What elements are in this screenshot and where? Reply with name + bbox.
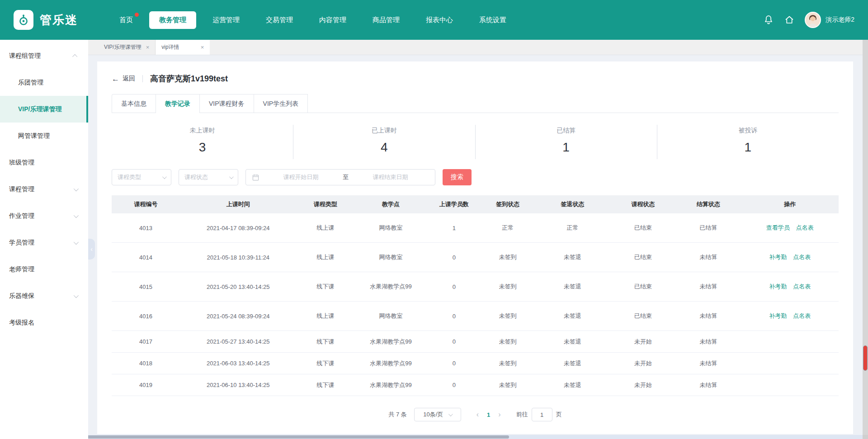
sidebar-item-label: 班级管理 <box>9 159 34 167</box>
cell-actions: 补考勤点名表 <box>741 312 838 320</box>
search-button[interactable]: 搜索 <box>443 169 472 185</box>
sidebar-item-net-admin-course[interactable]: 网管课管理 <box>0 123 88 149</box>
sidebar-item-teacher[interactable]: 老师管理 <box>0 256 88 283</box>
navbar-right: 演示老师2 <box>763 12 854 28</box>
nav-item-home[interactable]: 首页 <box>109 11 143 29</box>
vertical-scrollbar-thumb[interactable] <box>863 345 868 371</box>
main-nav: 首页教务管理运营管理交易管理内容管理商品管理报表中心系统设置 <box>109 11 516 29</box>
nav-item-operation[interactable]: 运营管理 <box>203 11 250 29</box>
sidebar-item-exam[interactable]: 考级报名 <box>0 309 88 336</box>
cell-type: 线下课 <box>296 338 354 346</box>
cell-time: 2021-06-10 13:40-14:25 <box>180 382 296 388</box>
page-tag-1[interactable]: vip详情× <box>156 40 210 55</box>
cell-type: 线下课 <box>296 359 354 368</box>
cell-checkout: 未签退 <box>535 312 610 320</box>
action-link[interactable]: 点名表 <box>796 224 814 231</box>
home-icon[interactable] <box>784 14 795 25</box>
nav-item-academic[interactable]: 教务管理 <box>149 11 196 29</box>
horn-icon <box>18 14 29 26</box>
cell-location: 水果湖教学点99 <box>354 381 427 389</box>
back-button[interactable]: ← 返回 <box>112 75 135 83</box>
action-link[interactable]: 补考勤 <box>769 312 787 319</box>
cell-location: 水果湖教学点99 <box>354 283 427 291</box>
tab-3[interactable]: VIP学生列表 <box>254 94 308 113</box>
calendar-icon <box>252 174 259 181</box>
nav-item-label: 运营管理 <box>212 16 240 24</box>
next-page-button[interactable]: › <box>498 411 500 419</box>
prev-page-button[interactable]: ‹ <box>476 411 479 419</box>
user-avatar[interactable] <box>805 12 821 28</box>
stat-label: 已上课时 <box>293 127 475 135</box>
course-status-placeholder: 课程状态 <box>184 173 208 181</box>
nav-item-trade[interactable]: 交易管理 <box>256 11 303 29</box>
sidebar-item-homework[interactable]: 作业管理 <box>0 203 88 229</box>
sidebar-item-instrument[interactable]: 乐器维保 <box>0 283 88 309</box>
sidebar-item-label: 老师管理 <box>9 265 34 274</box>
table-header: 课程编号上课时间课程类型教学点上课学员数签到状态签退状态课程状态结算状态操作 <box>112 195 839 213</box>
nav-item-report[interactable]: 报表中心 <box>416 11 463 29</box>
sidebar-collapse-handle[interactable]: ‹ <box>88 239 95 260</box>
course-status-select[interactable]: 课程状态 <box>179 169 238 185</box>
page-header: ← 返回 高音萨克斯1v199test <box>112 73 839 84</box>
close-icon[interactable]: × <box>201 44 204 50</box>
action-link[interactable]: 点名表 <box>793 283 811 290</box>
sidebar-item-label: 考级报名 <box>9 319 34 327</box>
action-link[interactable]: 点名表 <box>793 254 811 260</box>
nav-item-goods[interactable]: 商品管理 <box>363 11 410 29</box>
course-type-select[interactable]: 课程类型 <box>112 169 171 185</box>
scrollbar-corner <box>863 435 868 439</box>
action-link[interactable]: 点名表 <box>793 312 811 319</box>
sidebar-item-orchestra[interactable]: 乐团管理 <box>0 69 88 96</box>
column-header: 课程类型 <box>296 200 354 208</box>
chevron-up-icon <box>72 54 77 59</box>
page-size-select[interactable]: 10条/页 <box>414 408 461 421</box>
tab-1[interactable]: 教学记录 <box>156 94 200 113</box>
stat-label: 未上课时 <box>112 127 293 135</box>
cell-students: 0 <box>427 313 481 320</box>
cell-checkout: 未签退 <box>535 338 610 346</box>
nav-item-label: 内容管理 <box>319 16 346 24</box>
brand-name: 管乐迷 <box>40 12 78 28</box>
goto-page-input[interactable] <box>532 408 552 421</box>
cell-actions: 补考勤点名表 <box>741 253 838 261</box>
top-navbar: 管乐迷 首页教务管理运营管理交易管理内容管理商品管理报表中心系统设置 演示老师2 <box>0 0 868 40</box>
page-tag-0[interactable]: VIP/乐理课管理× <box>98 40 156 55</box>
cell-id: 4019 <box>112 382 180 388</box>
cell-students: 0 <box>427 360 481 367</box>
nav-item-content[interactable]: 内容管理 <box>309 11 356 29</box>
sidebar-item-course[interactable]: 课程管理 <box>0 176 88 203</box>
tab-2[interactable]: VIP课程财务 <box>200 94 254 113</box>
table-row: 40172021-05-27 13:40-14:25线下课水果湖教学点990未签… <box>112 331 839 353</box>
vertical-scrollbar[interactable] <box>863 40 868 435</box>
header-divider <box>142 75 143 82</box>
cell-settlement: 未结算 <box>676 359 741 368</box>
cell-type: 线上课 <box>296 312 354 320</box>
page-unit-label: 页 <box>556 411 562 419</box>
pagination-total: 共 7 条 <box>388 411 406 419</box>
cell-students: 0 <box>427 254 481 261</box>
horizontal-scrollbar[interactable] <box>0 435 863 439</box>
action-link[interactable]: 补考勤 <box>769 254 787 260</box>
date-range-input[interactable]: 课程开始日期 至 课程结束日期 <box>245 169 435 185</box>
sidebar-item-student[interactable]: 学员管理 <box>0 229 88 256</box>
nav-item-system[interactable]: 系统设置 <box>469 11 516 29</box>
current-page[interactable]: 1 <box>487 411 490 418</box>
action-link[interactable]: 补考勤 <box>769 283 787 290</box>
tab-0[interactable]: 基本信息 <box>112 94 156 113</box>
username[interactable]: 演示老师2 <box>826 16 854 24</box>
cell-settlement: 未结算 <box>676 338 741 346</box>
page-tag-bar: VIP/乐理课管理×vip详情× <box>88 40 863 55</box>
sidebar-item-course-group[interactable]: 课程组管理 <box>0 42 88 69</box>
cell-location: 网络教室 <box>354 312 427 320</box>
sidebar-item-class[interactable]: 班级管理 <box>0 149 88 176</box>
close-icon[interactable]: × <box>146 44 150 50</box>
cell-checkin: 正常 <box>481 224 535 232</box>
bell-icon[interactable] <box>763 14 774 25</box>
sidebar-item-vip-course[interactable]: VIP/乐理课管理 <box>0 96 88 123</box>
cell-status: 未开始 <box>610 338 676 346</box>
action-link[interactable]: 查看学员 <box>766 224 790 231</box>
sidebar-subitem-label: VIP/乐理课管理 <box>18 105 61 113</box>
brand[interactable]: 管乐迷 <box>14 10 109 30</box>
column-header: 课程编号 <box>112 200 180 208</box>
nav-item-label: 首页 <box>119 16 133 24</box>
